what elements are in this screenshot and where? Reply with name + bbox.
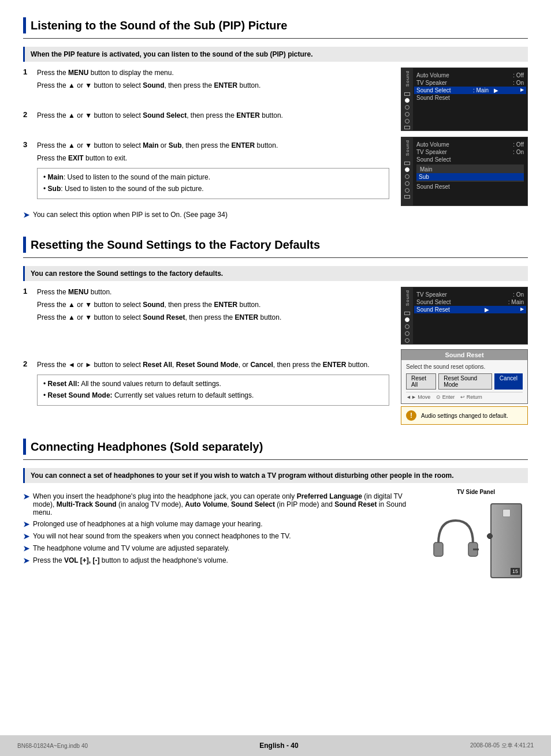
reset-step-number-2: 2 bbox=[23, 360, 37, 368]
pip-tv-ui-right: Sound Auto Volume: Off bbox=[401, 68, 528, 223]
reset-note-line-2: • Reset Sound Mode: Currently set values… bbox=[43, 390, 383, 401]
pip-step-3: 3 Press the ▲ or ▼ button to select Main… bbox=[23, 140, 389, 204]
dialog-nav: ◄► Move ⊙ Enter ↩ Return bbox=[406, 392, 523, 400]
pip-step-3-content: Press the ▲ or ▼ button to select Main o… bbox=[37, 140, 389, 204]
reset-step-1-content: Press the MENU button. Press the ▲ or ▼ … bbox=[37, 287, 389, 325]
step-number-3: 3 bbox=[23, 140, 37, 149]
headphone-right: TV Side Panel bbox=[424, 489, 528, 590]
tv-row-tv-speaker-2: TV Speaker: On bbox=[416, 148, 524, 156]
tv-main-1: Auto Volume: Off TV Speaker: On Sound Se… bbox=[414, 68, 527, 105]
tv-row-tv-speaker-1: TV Speaker: On bbox=[416, 79, 524, 87]
reset-step-2-content: Press the ◄ or ► button to select Reset … bbox=[37, 360, 389, 410]
sidebar-icon-4 bbox=[405, 112, 409, 117]
tv-row-sound-reset-3: Sound Reset ▶ bbox=[414, 306, 526, 313]
sidebar-icons-3 bbox=[404, 312, 410, 345]
pip-note-line-1: • Main: Used to listen to the sound of t… bbox=[43, 172, 383, 182]
pip-note-line-2: • Sub: Used to listen to the sound of th… bbox=[43, 184, 383, 194]
sidebar-icon-5 bbox=[405, 119, 409, 123]
pip-step-2: 2 Press the ▲ or ▼ button to select Soun… bbox=[23, 110, 389, 123]
headphone-note-4: ➤ The headphone volume and TV volume are… bbox=[23, 544, 412, 553]
pip-arrow-note-text: You can select this option when PIP is s… bbox=[33, 211, 228, 219]
headphone-note-3: ➤ You will not hear sound from the speak… bbox=[23, 532, 412, 541]
reset-step-1-line-1: Press the MENU button. bbox=[37, 287, 389, 297]
svg-rect-0 bbox=[434, 542, 443, 556]
blue-bar bbox=[23, 17, 26, 33]
tv-side-panel-label: TV Side Panel bbox=[457, 489, 495, 495]
headphone-note-5-text: Press the VOL [+], [-] button to adjust … bbox=[33, 556, 228, 564]
headphone-note-5: ➤ Press the VOL [+], [-] button to adjus… bbox=[23, 556, 412, 565]
headphone-two-col: ➤ When you insert the headphone's plug i… bbox=[23, 489, 528, 590]
tv-sidebar-3: Sound bbox=[401, 287, 413, 344]
tv-submenu: Main Sub bbox=[416, 164, 524, 182]
arrow-sym-hp5: ➤ bbox=[23, 556, 29, 565]
dialog-body: Select the sound reset options. Reset Al… bbox=[401, 360, 527, 403]
tv-row-tv-speaker-3: TV Speaker: On bbox=[416, 291, 524, 298]
page: Listening to the Sound of the Sub (PIP) … bbox=[0, 0, 551, 756]
reset-step-1-line-3: Press the ▲ or ▼ button to select Sound … bbox=[37, 312, 389, 323]
pip-sound-title: Listening to the Sound of the Sub (PIP) … bbox=[31, 17, 287, 33]
dialog-nav-enter: ⊙ Enter bbox=[436, 394, 455, 400]
sidebar-icon-14 bbox=[405, 317, 409, 322]
pip-step-1-line-1: Press the MENU button to display the men… bbox=[37, 68, 389, 78]
reset-sound-section: Resetting the Sound Settings to the Fact… bbox=[23, 237, 528, 425]
headphone-svg bbox=[433, 515, 479, 567]
dialog-title: Sound Reset bbox=[401, 350, 527, 360]
sidebar-icon-10 bbox=[405, 181, 409, 186]
arrow-symbol-1: ➤ bbox=[23, 211, 29, 219]
footer-file-info: BN68-01824A~Eng.indb 40 bbox=[17, 743, 88, 749]
reset-note-line-1: • Reset All: All the sound values return… bbox=[43, 379, 383, 389]
sidebar-icon-12 bbox=[404, 195, 410, 199]
tv-ui-box-1: Sound Auto Volume: Off bbox=[401, 68, 528, 131]
tv-side-illustration: 15 bbox=[430, 497, 522, 590]
reset-note-box: • Reset All: All the sound values return… bbox=[37, 375, 389, 406]
headphones-title: Connecting Headphones (Sold separately) bbox=[31, 439, 263, 455]
sidebar-icon-6 bbox=[404, 126, 410, 129]
tv-row-sound-reset-2: Sound Reset bbox=[416, 183, 524, 190]
pip-sound-section: Listening to the Sound of the Sub (PIP) … bbox=[23, 17, 528, 223]
tv-headphone-port bbox=[487, 533, 493, 539]
tv-sidebar-2: Sound bbox=[401, 137, 413, 205]
tv-row-sound-select-3: Sound Select: Main bbox=[416, 298, 524, 306]
reset-step-number-1: 1 bbox=[23, 287, 37, 295]
dialog-nav-return: ↩ Return bbox=[460, 394, 482, 400]
audio-changed-text: Audio settings changed to default. bbox=[421, 413, 508, 419]
tv-sidebar-1: Sound bbox=[401, 68, 413, 130]
pip-step-3-line-1: Press the ▲ or ▼ button to select Main o… bbox=[37, 140, 389, 151]
arrow-sym-hp3: ➤ bbox=[23, 532, 29, 541]
tv-row-auto-vol-1: Auto Volume: Off bbox=[416, 72, 524, 79]
reset-sound-header: Resetting the Sound Settings to the Fact… bbox=[23, 237, 528, 253]
dialog-btn-reset-all[interactable]: Reset All bbox=[406, 373, 436, 390]
tv-row-sound-select-2: Sound Select bbox=[416, 156, 524, 163]
sidebar-icons-2 bbox=[404, 162, 410, 199]
tv-power-btn bbox=[502, 509, 511, 517]
arrow-sym-hp2: ➤ bbox=[23, 520, 29, 529]
dialog-btn-reset-sound-mode[interactable]: Reset Sound Mode bbox=[438, 373, 492, 390]
pip-step-2-line-1: Press the ▲ or ▼ button to select Sound … bbox=[37, 110, 389, 121]
headphone-left: ➤ When you insert the headphone's plug i… bbox=[23, 489, 412, 590]
pip-step-1-line-2: Press the ▲ or ▼ button to select Sound,… bbox=[37, 80, 389, 91]
page-number: 40 bbox=[291, 742, 298, 750]
reset-step-2-line-1: Press the ◄ or ► button to select Reset … bbox=[37, 360, 389, 370]
audio-changed-box: ! Audio settings changed to default. bbox=[401, 406, 528, 425]
pip-steps-group: 1 Press the MENU button to display the m… bbox=[23, 68, 528, 223]
reset-step-2: 2 Press the ◄ or ► button to select Rese… bbox=[23, 360, 389, 410]
dialog-desc: Select the sound reset options. bbox=[406, 364, 523, 370]
footer-page-label: English - 40 bbox=[259, 742, 298, 750]
dialog-btn-cancel[interactable]: Cancel bbox=[494, 373, 523, 390]
sidebar-icon-11 bbox=[405, 188, 409, 193]
sidebar-icon-9 bbox=[405, 174, 409, 179]
pip-steps-left: 1 Press the MENU button to display the m… bbox=[23, 68, 389, 223]
reset-step-1: 1 Press the MENU button. Press the ▲ or … bbox=[23, 287, 389, 325]
sound-reset-dialog: Sound Reset Select the sound reset optio… bbox=[401, 349, 528, 404]
footer-bar: BN68-01824A~Eng.indb 40 English - 40 200… bbox=[0, 735, 551, 756]
tv-ui-box-2: Sound Auto Volume: Off bbox=[401, 137, 528, 206]
tv-row-sound-reset-1: Sound Reset bbox=[416, 94, 524, 102]
arrow-sym-hp1: ➤ bbox=[23, 492, 29, 501]
step-number-1: 1 bbox=[23, 68, 37, 76]
headphone-note-2: ➤ Prolonged use of headphones at a high … bbox=[23, 520, 412, 529]
sidebar-icon-1 bbox=[404, 92, 410, 96]
headphones-section: Connecting Headphones (Sold separately) … bbox=[23, 439, 528, 590]
headphone-note-1-text: When you insert the headphone's plug int… bbox=[33, 492, 412, 517]
reset-sound-subtitle: You can restore the Sound settings to th… bbox=[23, 266, 528, 281]
sidebar-icon-15 bbox=[405, 324, 409, 329]
